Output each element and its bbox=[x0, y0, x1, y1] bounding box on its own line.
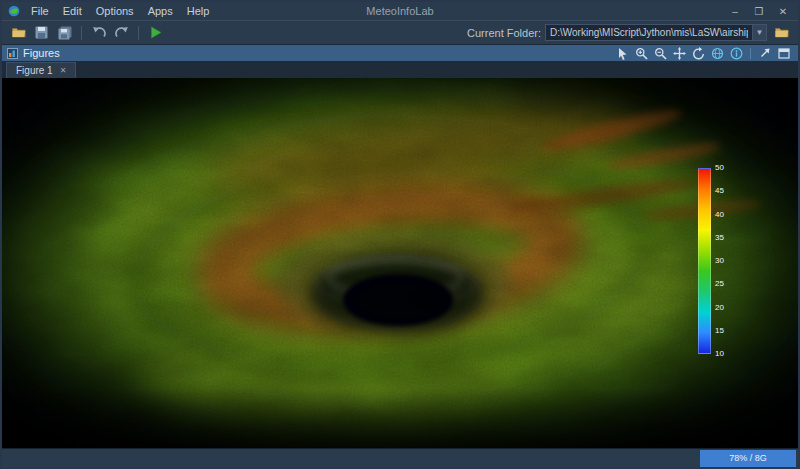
window-controls: – ❒ ✕ bbox=[724, 3, 794, 19]
pan-button[interactable] bbox=[670, 46, 688, 61]
menu-file[interactable]: File bbox=[24, 2, 56, 20]
full-extent-button[interactable] bbox=[708, 46, 726, 61]
rotate-icon bbox=[692, 47, 705, 60]
zoom-in-button[interactable] bbox=[632, 46, 650, 61]
hurricane-volume-render bbox=[2, 78, 798, 448]
colorbar-tick: 15 bbox=[715, 327, 724, 335]
figures-panel-title: Figures bbox=[23, 47, 60, 59]
dock-panel-icon bbox=[778, 48, 790, 59]
toolbar-separator bbox=[138, 26, 139, 40]
figures-panel-header: Figures bbox=[2, 44, 798, 61]
menu-edit[interactable]: Edit bbox=[56, 2, 89, 20]
undo-icon bbox=[92, 26, 106, 39]
statusbar: 78% / 8G bbox=[2, 448, 798, 467]
float-panel-button[interactable] bbox=[756, 46, 774, 61]
toolbar-separator bbox=[81, 26, 82, 40]
tab-close-icon[interactable]: ✕ bbox=[60, 67, 67, 75]
undo-button[interactable] bbox=[88, 23, 109, 42]
open-folder-button[interactable] bbox=[8, 23, 29, 42]
redo-button[interactable] bbox=[111, 23, 132, 42]
maximize-button[interactable]: ❒ bbox=[748, 3, 770, 19]
zoom-out-button[interactable] bbox=[651, 46, 669, 61]
tab-label: Figure 1 bbox=[16, 65, 53, 76]
dock-panel-button[interactable] bbox=[775, 46, 793, 61]
colorbar-tick: 10 bbox=[715, 350, 724, 358]
save-all-icon bbox=[58, 26, 72, 40]
figure-toolbar-separator bbox=[750, 48, 751, 59]
current-folder-zone: Current Folder: ▼ bbox=[467, 23, 792, 42]
colorbar-tick: 35 bbox=[715, 234, 724, 242]
save-button[interactable] bbox=[31, 23, 52, 42]
identify-button[interactable] bbox=[727, 46, 745, 61]
figure-tab-bar: Figure 1 ✕ bbox=[2, 61, 798, 78]
colorbar-gradient bbox=[698, 168, 711, 354]
redo-icon bbox=[115, 26, 129, 39]
select-arrow-button[interactable] bbox=[613, 46, 631, 61]
colorbar-tick: 25 bbox=[715, 280, 724, 288]
zoom-out-icon bbox=[654, 47, 667, 60]
minimize-button[interactable]: – bbox=[724, 3, 746, 19]
menu-options[interactable]: Options bbox=[89, 2, 141, 20]
zoom-in-icon bbox=[635, 47, 648, 60]
select-arrow-icon bbox=[616, 47, 629, 60]
rotate-button[interactable] bbox=[689, 46, 707, 61]
run-script-button[interactable] bbox=[145, 23, 166, 42]
chevron-down-icon[interactable]: ▼ bbox=[753, 24, 767, 41]
current-folder-label: Current Folder: bbox=[467, 27, 541, 39]
browse-folder-icon bbox=[775, 27, 789, 38]
open-folder-icon bbox=[12, 27, 26, 38]
colorbar-tick: 30 bbox=[715, 257, 724, 265]
pan-icon bbox=[673, 47, 686, 60]
figure-canvas[interactable]: 50 45 40 35 30 25 20 15 10 bbox=[2, 78, 798, 448]
float-arrow-icon bbox=[759, 47, 771, 59]
colorbar-tick: 20 bbox=[715, 304, 724, 312]
browse-folder-button[interactable] bbox=[771, 23, 792, 42]
colorbar-tick: 40 bbox=[715, 211, 724, 219]
run-icon bbox=[150, 26, 162, 39]
tab-figure-1[interactable]: Figure 1 ✕ bbox=[6, 62, 76, 78]
main-toolbar: Current Folder: ▼ bbox=[2, 20, 798, 44]
save-icon bbox=[35, 26, 48, 39]
colorbar: 50 45 40 35 30 25 20 15 10 bbox=[698, 168, 734, 354]
full-extent-globe-icon bbox=[711, 47, 724, 60]
menu-help[interactable]: Help bbox=[180, 2, 217, 20]
menu-apps[interactable]: Apps bbox=[141, 2, 180, 20]
figure-toolbar bbox=[613, 46, 793, 61]
identify-info-icon bbox=[730, 47, 743, 60]
app-window: MeteoInfoLab File Edit Options Apps Help… bbox=[0, 0, 800, 469]
colorbar-tick: 45 bbox=[715, 187, 724, 195]
meteoinfo-logo-icon bbox=[8, 5, 20, 17]
titlebar: MeteoInfoLab File Edit Options Apps Help… bbox=[2, 2, 798, 20]
close-button[interactable]: ✕ bbox=[772, 3, 794, 19]
figures-panel-icon bbox=[7, 48, 18, 59]
colorbar-tick: 50 bbox=[715, 164, 724, 172]
memory-usage-indicator: 78% / 8G bbox=[700, 450, 796, 467]
current-folder-input[interactable] bbox=[545, 24, 753, 41]
save-all-button[interactable] bbox=[54, 23, 75, 42]
